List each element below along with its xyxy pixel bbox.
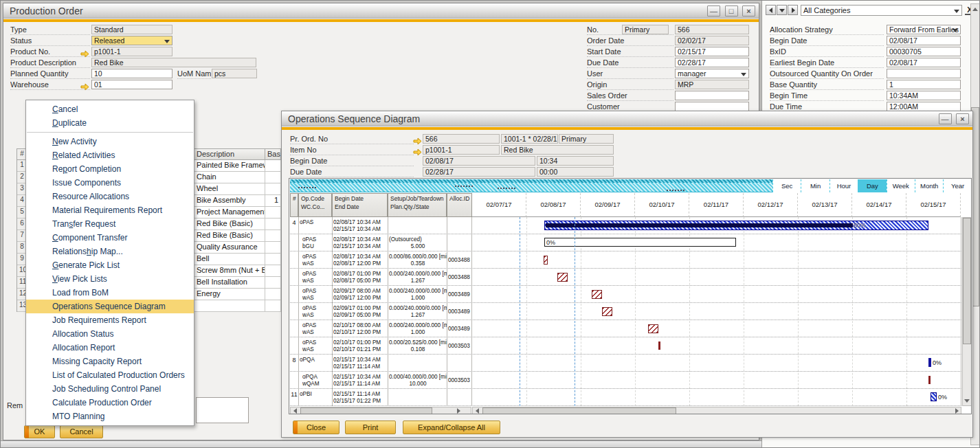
- panel-field-base-quantity[interactable]: 1: [887, 80, 961, 89]
- link-arrow-icon[interactable]: [413, 135, 422, 143]
- grid-cell-base[interactable]: [265, 254, 281, 265]
- menu-item-job-requirements-report[interactable]: Job Requirements Report: [26, 313, 194, 327]
- grid-cell-description[interactable]: Wheel: [194, 183, 265, 195]
- dialog-field-value[interactable]: Red Bike: [501, 145, 614, 155]
- grid-cell-description[interactable]: Painted Bike Framew: [194, 160, 265, 172]
- grid-cell-description[interactable]: Quality Assurance: [194, 242, 265, 254]
- dialog-field-value[interactable]: p1001-1: [423, 145, 500, 155]
- scale-button-month[interactable]: Month: [915, 179, 943, 192]
- field-uom-name[interactable]: pcs: [212, 69, 257, 78]
- grid-cell-base[interactable]: [265, 172, 281, 183]
- scroll-left-button[interactable]: [291, 407, 300, 414]
- link-arrow-icon[interactable]: [80, 81, 89, 89]
- menu-item-load-from-bom[interactable]: Load from BoM: [26, 286, 194, 300]
- gantt-bar-operation[interactable]: [931, 392, 937, 401]
- gantt-date-header[interactable]: 02/09/17: [581, 193, 635, 217]
- panel-field-due-time[interactable]: 12:00AM: [887, 102, 961, 111]
- grid-cell-description[interactable]: Chain: [194, 172, 265, 183]
- grid-cell-base[interactable]: [265, 289, 281, 300]
- scroll-left-button[interactable]: [473, 407, 482, 414]
- grid-cell-base[interactable]: [265, 207, 281, 219]
- scroll-down-button[interactable]: [963, 396, 971, 405]
- grid-cell-base[interactable]: [265, 183, 281, 195]
- gantt-date-header[interactable]: 02/08/17: [526, 193, 581, 217]
- field-due-date[interactable]: 02/28/17: [675, 58, 749, 67]
- remarks-field[interactable]: [196, 397, 249, 423]
- grid-cell-base[interactable]: [265, 265, 281, 277]
- grid-cell-description[interactable]: Screw 8mm (Nut + B: [194, 265, 265, 277]
- ok-button[interactable]: OK: [24, 425, 55, 438]
- field-start-date[interactable]: 02/15/17: [675, 47, 749, 56]
- grid-cell-base[interactable]: 1: [265, 195, 281, 207]
- gantt-column-header[interactable]: Op.CodeWC.Co...: [298, 193, 332, 217]
- nav-menu-button[interactable]: [777, 5, 787, 15]
- field-warehouse[interactable]: 01: [91, 80, 172, 89]
- field-customer[interactable]: [675, 102, 749, 111]
- menu-item-component-transfer[interactable]: Component Transfer: [26, 231, 194, 245]
- gantt-date-header[interactable]: 02/07/17: [472, 193, 526, 217]
- menu-item-missing-capacity-report[interactable]: Missing Capacity Report: [26, 355, 194, 368]
- scale-button-year[interactable]: Year: [943, 179, 971, 192]
- menu-item-related-activities[interactable]: Related Activities: [26, 148, 194, 162]
- gantt-hscrollbar[interactable]: [472, 407, 961, 414]
- panel-field-begin-time[interactable]: 10:34AM: [887, 91, 961, 100]
- field-product-description[interactable]: Red Bike: [91, 58, 256, 67]
- dialog-field-value[interactable]: 566: [423, 134, 500, 144]
- table-hscrollbar[interactable]: [290, 407, 471, 414]
- field-planned-quantity[interactable]: 10: [91, 69, 172, 78]
- scale-button-week[interactable]: Week: [887, 179, 915, 192]
- gantt-bar-operation[interactable]: [658, 341, 660, 350]
- close-button[interactable]: Close: [293, 421, 339, 434]
- menu-item-allocation-report[interactable]: Allocation Report: [26, 341, 194, 355]
- scale-button-hour[interactable]: Hour: [829, 179, 858, 192]
- menu-item-transfer-request[interactable]: Transfer Request: [26, 217, 194, 231]
- gantt-date-header[interactable]: 02/13/17: [798, 193, 852, 217]
- menu-item-new-activity[interactable]: New Activity: [26, 135, 194, 148]
- field-sales-order[interactable]: [675, 91, 749, 100]
- gantt-vscrollbar[interactable]: [962, 217, 972, 406]
- scrollbar-thumb[interactable]: [482, 407, 676, 414]
- grid-cell-base[interactable]: [265, 277, 281, 289]
- gantt-date-header[interactable]: 02/12/17: [744, 193, 798, 217]
- grid-cell-description[interactable]: Bell Installation: [194, 277, 265, 289]
- menu-item-calculate-production-order[interactable]: Calculate Production Order: [26, 396, 194, 410]
- panel-field-bxid[interactable]: 00030705: [887, 47, 961, 56]
- gantt-column-header[interactable]: Setup/Job/TeardownPlan.Qty./State: [388, 193, 447, 217]
- dialog-field-value[interactable]: Primary: [559, 134, 614, 144]
- grid-cell-base[interactable]: [265, 230, 281, 242]
- panel-field-allocation-strategy[interactable]: Forward From Earlies: [887, 25, 961, 34]
- gantt-column-header[interactable]: Alloc.ID: [447, 193, 472, 217]
- print-button[interactable]: Print: [345, 421, 396, 434]
- grid-header-description[interactable]: Description: [194, 149, 265, 160]
- field-origin[interactable]: MRP: [675, 80, 749, 89]
- minimize-button[interactable]: —: [707, 5, 720, 16]
- grid-cell-base[interactable]: [265, 242, 281, 254]
- grid-cell-description[interactable]: Red Bike (Basic): [194, 230, 265, 242]
- menu-item-relationship-map-[interactable]: Relationship Map...: [26, 245, 194, 258]
- osd-titlebar[interactable]: Operations Sequence Diagram: [282, 111, 972, 126]
- grid-cell-description[interactable]: Project Management: [194, 207, 265, 219]
- nav-back-button[interactable]: [766, 5, 776, 15]
- gantt-date-header[interactable]: 02/15/17: [906, 193, 961, 217]
- gantt-bar-operation[interactable]: [557, 273, 568, 282]
- grid-cell-description[interactable]: [194, 300, 265, 312]
- field-product-no-[interactable]: p1001-1: [91, 47, 172, 56]
- grid-header-base[interactable]: Base: [265, 149, 281, 160]
- po-titlebar[interactable]: Production Order: [3, 3, 759, 19]
- grid-cell-description[interactable]: Bike Assembly: [194, 195, 265, 207]
- maximize-button[interactable]: □: [725, 5, 738, 16]
- scrollbar-thumb[interactable]: [963, 218, 971, 344]
- field-type[interactable]: Standard: [91, 25, 172, 34]
- scroll-right-button[interactable]: [454, 407, 463, 414]
- gantt-date-header[interactable]: 02/11/17: [689, 193, 744, 217]
- menu-item-report-completion[interactable]: Report Completion: [26, 162, 194, 176]
- grid-cell-description[interactable]: Bell: [194, 254, 265, 265]
- gantt-bar-summary[interactable]: [544, 221, 928, 230]
- menu-item-mto-planning[interactable]: MTO Planning: [26, 410, 194, 423]
- dialog-field-value[interactable]: 02/28/17: [423, 167, 535, 177]
- menu-item-generate-pick-list[interactable]: Generate Pick List: [26, 258, 194, 272]
- menu-item-view-pick-lists[interactable]: View Pick Lists: [26, 272, 194, 286]
- gantt-bar-outsourced[interactable]: [544, 238, 736, 247]
- grid-cell-base[interactable]: [265, 300, 281, 312]
- menu-item-operations-sequence-diagram[interactable]: Operations Sequence Diagram: [26, 300, 194, 313]
